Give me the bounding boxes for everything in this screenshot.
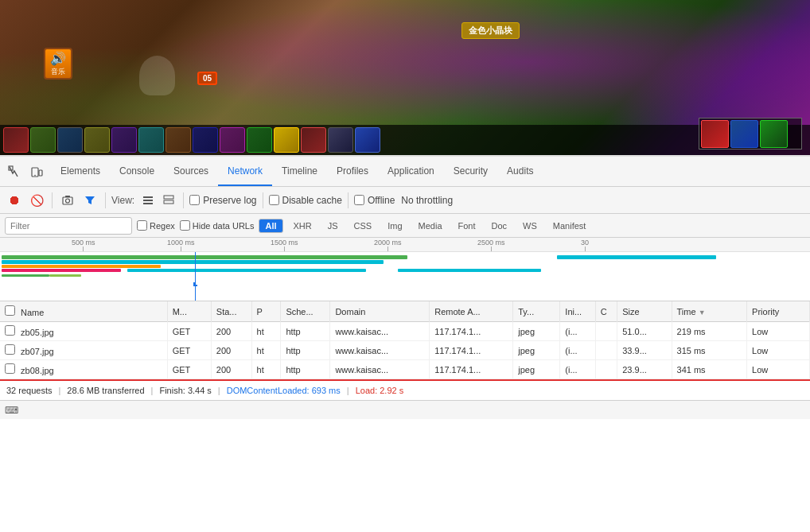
- cell-size-0: 51.0...: [617, 322, 672, 341]
- table-row[interactable]: zb05.jpg GET 200 ht http www.kaisac... 1…: [0, 322, 810, 341]
- doc-filter-button[interactable]: Doc: [486, 219, 513, 233]
- cell-type-0: jpeg: [513, 322, 560, 341]
- timeline-cursor: [195, 252, 196, 301]
- hide-data-urls-checkbox[interactable]: Hide data URLs: [180, 220, 255, 231]
- col-header-c[interactable]: C: [595, 301, 617, 322]
- cell-time-2: 341 ms: [672, 360, 747, 379]
- row-checkbox-0[interactable]: [5, 325, 15, 336]
- filter-icon-button[interactable]: [80, 191, 99, 210]
- col-header-method[interactable]: M...: [167, 301, 211, 322]
- disable-cache-input[interactable]: [269, 195, 279, 205]
- font-filter-button[interactable]: Font: [453, 219, 481, 233]
- console-drawer-icon[interactable]: ⌨: [5, 405, 18, 416]
- game-item-9[interactable]: [220, 127, 245, 153]
- cell-type-2: jpeg: [513, 360, 560, 379]
- timeline-waterfall: 500 ms 1000 ms 1500 ms 2000 ms 2500 ms 3…: [0, 238, 810, 301]
- tab-application[interactable]: Application: [378, 157, 444, 186]
- filter-input[interactable]: [5, 217, 132, 235]
- divider-2: [105, 192, 106, 208]
- manifest-filter-button[interactable]: Manifest: [547, 219, 592, 233]
- sound-button[interactable]: 🔊 音乐: [44, 48, 72, 80]
- game-item-11[interactable]: [274, 127, 299, 153]
- col-header-domain[interactable]: Domain: [330, 301, 430, 322]
- col-header-time[interactable]: Time ▼: [672, 301, 747, 322]
- tab-timeline[interactable]: Timeline: [272, 157, 327, 186]
- img-filter-button[interactable]: Img: [382, 219, 407, 233]
- preserve-log-input[interactable]: [189, 195, 200, 205]
- col-header-type[interactable]: Ty...: [513, 301, 560, 322]
- regex-checkbox[interactable]: Regex: [137, 220, 175, 231]
- view-list-button[interactable]: [139, 192, 157, 209]
- table-header-row: Name M... Sta... P Sche... Domain Remote…: [0, 301, 810, 322]
- tab-console[interactable]: Console: [110, 157, 164, 186]
- tab-profiles[interactable]: Profiles: [327, 157, 378, 186]
- col-header-priority[interactable]: Priority: [747, 301, 810, 322]
- offline-checkbox[interactable]: Offline: [354, 195, 395, 206]
- js-filter-button[interactable]: JS: [322, 219, 344, 233]
- cell-name-1: zb07.jpg: [0, 341, 167, 360]
- view-large-button[interactable]: [160, 192, 177, 209]
- game-item-6[interactable]: [138, 127, 164, 153]
- row-checkbox-1[interactable]: [5, 344, 15, 355]
- game-item-1[interactable]: [3, 127, 29, 153]
- game-item-2[interactable]: [30, 127, 56, 153]
- capture-screenshot-button[interactable]: [58, 191, 77, 210]
- svg-rect-8: [143, 200, 153, 201]
- col-header-status[interactable]: Sta...: [211, 301, 251, 322]
- game-item-4[interactable]: [84, 127, 110, 153]
- cell-scheme-2: http: [281, 360, 330, 379]
- game-item-14[interactable]: [355, 127, 380, 153]
- table-row[interactable]: zb08.jpg GET 200 ht http www.kaisac... 1…: [0, 360, 810, 379]
- col-header-proto[interactable]: P: [251, 301, 281, 322]
- col-header-remote[interactable]: Remote A...: [430, 301, 513, 322]
- col-header-size[interactable]: Size: [617, 301, 672, 322]
- preserve-log-checkbox[interactable]: Preserve log: [189, 195, 256, 206]
- timeline-bars-area: [0, 252, 810, 301]
- record-button[interactable]: ⏺: [5, 191, 24, 210]
- col-header-scheme[interactable]: Sche...: [281, 301, 330, 322]
- game-item-3[interactable]: [57, 127, 83, 153]
- game-item-7[interactable]: [166, 127, 191, 153]
- game-item-10[interactable]: [247, 127, 272, 153]
- device-toolbar-icon-btn[interactable]: [25, 161, 48, 183]
- offline-input[interactable]: [354, 195, 364, 205]
- tab-network[interactable]: Network: [218, 157, 272, 186]
- row-checkbox-2[interactable]: [5, 363, 15, 374]
- select-all-checkbox[interactable]: [5, 305, 15, 316]
- sound-label: 音乐: [51, 67, 65, 77]
- ws-filter-button[interactable]: WS: [517, 219, 543, 233]
- clear-button[interactable]: 🚫: [27, 191, 46, 210]
- tab-sources[interactable]: Sources: [164, 157, 218, 186]
- tab-elements[interactable]: Elements: [51, 157, 110, 186]
- minimap-avatar-3: [760, 120, 788, 148]
- table-row[interactable]: zb07.jpg GET 200 ht http www.kaisac... 1…: [0, 341, 810, 360]
- all-filter-button[interactable]: All: [259, 219, 282, 233]
- inspect-icon-btn[interactable]: [3, 161, 25, 183]
- media-filter-button[interactable]: Media: [413, 219, 448, 233]
- game-item-5[interactable]: [111, 127, 137, 153]
- game-item-8[interactable]: [193, 127, 218, 153]
- regex-input[interactable]: [137, 220, 147, 231]
- col-header-name[interactable]: Name: [0, 301, 167, 322]
- sep-2: |: [151, 386, 154, 395]
- tab-security[interactable]: Security: [444, 157, 497, 186]
- cell-type-1: jpeg: [513, 341, 560, 360]
- timeline-bar-7: [557, 255, 716, 259]
- divider-1: [52, 192, 53, 208]
- game-item-12[interactable]: [301, 127, 326, 153]
- tick-500ms: 500 ms: [72, 238, 95, 251]
- disable-cache-checkbox[interactable]: Disable cache: [269, 195, 342, 206]
- devtools-tabs-bar: Elements Console Sources Network Timelin…: [0, 157, 810, 187]
- cell-status-2: 200: [211, 360, 251, 379]
- tab-audits[interactable]: Audits: [497, 157, 543, 186]
- game-item-13[interactable]: [328, 127, 353, 153]
- hide-data-urls-input[interactable]: [180, 220, 190, 231]
- tick-1500ms: 1500 ms: [271, 238, 298, 251]
- css-filter-button[interactable]: CSS: [349, 219, 378, 233]
- svg-rect-7: [143, 196, 153, 198]
- xhr-filter-button[interactable]: XHR: [288, 219, 317, 233]
- finish-time: Finish: 3.44 s: [159, 386, 211, 395]
- col-header-initiator[interactable]: Ini...: [560, 301, 595, 322]
- cell-priority-0: Low: [747, 322, 810, 341]
- cell-method-2: GET: [167, 360, 211, 379]
